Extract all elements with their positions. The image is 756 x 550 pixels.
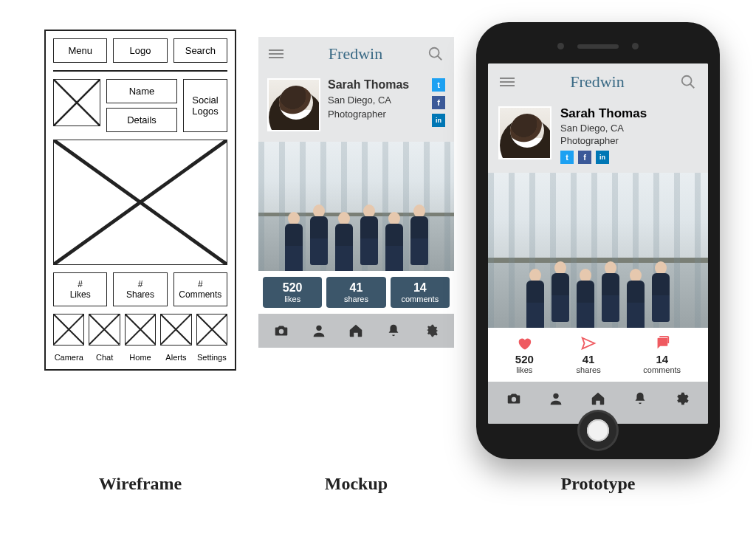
- wf-tab-home: [125, 314, 156, 345]
- comment-icon: [654, 335, 670, 351]
- nav-user[interactable]: [548, 391, 564, 415]
- user-icon[interactable]: [311, 323, 327, 339]
- wf-menu: Menu: [53, 38, 107, 63]
- svg-line-1: [438, 56, 442, 61]
- caption-prototype: Prototype: [476, 474, 720, 494]
- wireframe-panel: Menu Logo Search Name Details Social Log…: [44, 30, 236, 371]
- stage: Menu Logo Search Name Details Social Log…: [0, 0, 756, 459]
- wf-stat-likes-label: Likes: [55, 289, 105, 300]
- shares-value: 41: [328, 281, 384, 295]
- linkedin-icon[interactable]: in: [432, 114, 445, 127]
- wf-tab-camera: [53, 314, 84, 345]
- wf-tab-settings-label: Settings: [196, 353, 227, 362]
- prototype-profile: Sarah Thomas San Diego, CA Photographer …: [488, 100, 708, 173]
- wf-tab-alerts: [160, 314, 191, 345]
- wf-image-placeholder: [53, 140, 227, 265]
- svg-point-0: [430, 48, 439, 58]
- wf-stat-comments-hash: #: [176, 279, 225, 289]
- captions: Wireframe Mockup Prototype: [0, 459, 756, 494]
- comments-stat[interactable]: 14 comments: [643, 335, 681, 374]
- likes-value: 520: [515, 353, 534, 365]
- phone-speaker: [577, 44, 619, 49]
- likes-label: likes: [516, 365, 532, 374]
- phone-camera: [557, 43, 564, 49]
- bell-icon[interactable]: [385, 323, 402, 339]
- twitter-icon[interactable]: t: [432, 78, 445, 92]
- comments-label: comments: [401, 295, 439, 303]
- prototype-phone: Fredwin Sarah Thomas San Diego, CA Photo…: [476, 22, 720, 459]
- phone-home-button[interactable]: [580, 412, 616, 449]
- profile-name: Sarah Thomas: [328, 78, 425, 92]
- comments-label: comments: [643, 365, 681, 374]
- shares-value: 41: [577, 353, 601, 365]
- likes-label: likes: [284, 295, 300, 303]
- search-icon[interactable]: [680, 74, 696, 90]
- nav-alerts[interactable]: [632, 391, 648, 415]
- comments-stat[interactable]: 14 comments: [391, 277, 450, 308]
- likes-value: 520: [264, 281, 320, 295]
- wf-stat-shares: # Shares: [113, 272, 167, 307]
- app-title: Fredwin: [329, 44, 382, 63]
- wf-divider: [53, 70, 227, 72]
- wf-details: Details: [106, 108, 177, 132]
- gear-icon[interactable]: [423, 323, 439, 339]
- post-image[interactable]: [488, 173, 708, 328]
- camera-icon[interactable]: [273, 323, 289, 339]
- app-title: Fredwin: [570, 72, 624, 92]
- comments-value: 14: [392, 281, 448, 295]
- send-icon: [580, 335, 597, 351]
- prototype-header: Fredwin: [488, 63, 708, 100]
- menu-icon[interactable]: [500, 78, 515, 86]
- linkedin-icon[interactable]: in: [596, 151, 609, 164]
- wf-tab-chat-label: Chat: [89, 353, 120, 362]
- likes-stat[interactable]: 520 likes: [515, 335, 534, 374]
- wf-name: Name: [106, 79, 177, 103]
- avatar[interactable]: [498, 106, 551, 159]
- wf-tab-settings: [196, 314, 227, 345]
- avatar[interactable]: [267, 78, 320, 131]
- post-image[interactable]: [258, 142, 454, 271]
- profile-role: Photographer: [560, 135, 698, 146]
- wf-logo: Logo: [113, 38, 167, 63]
- mockup-nav: [258, 314, 454, 348]
- wf-tab-camera-label: Camera: [53, 353, 84, 362]
- shares-label: shares: [577, 365, 601, 374]
- svg-point-3: [316, 325, 321, 330]
- wf-social: Social Logos: [183, 79, 227, 132]
- svg-point-4: [682, 76, 692, 86]
- wf-stat-comments: # Comments: [173, 272, 227, 307]
- wf-tab-home-label: Home: [125, 353, 156, 362]
- comments-value: 14: [643, 353, 681, 365]
- profile-location: San Diego, CA: [328, 94, 425, 106]
- profile-name: Sarah Thomas: [560, 106, 698, 121]
- twitter-icon[interactable]: t: [560, 151, 574, 164]
- caption-mockup: Mockup: [258, 474, 454, 494]
- svg-point-2: [279, 329, 284, 333]
- caption-wireframe: Wireframe: [44, 474, 236, 494]
- wf-tab-chat: [89, 314, 120, 345]
- profile-role: Photographer: [328, 109, 425, 120]
- profile-location: San Diego, CA: [560, 123, 698, 134]
- likes-stat[interactable]: 520 likes: [263, 277, 322, 308]
- shares-stat[interactable]: 41 shares: [326, 277, 385, 308]
- facebook-icon[interactable]: f: [432, 96, 445, 109]
- home-icon[interactable]: [348, 323, 364, 339]
- facebook-icon[interactable]: f: [578, 151, 591, 164]
- nav-camera[interactable]: [506, 391, 522, 415]
- wf-stat-likes: # Likes: [53, 272, 107, 307]
- svg-line-5: [690, 84, 695, 89]
- wf-stat-likes-hash: #: [55, 279, 105, 289]
- prototype-screen: Fredwin Sarah Thomas San Diego, CA Photo…: [488, 63, 708, 424]
- shares-stat[interactable]: 41 shares: [577, 335, 601, 374]
- search-icon[interactable]: [427, 46, 444, 62]
- mockup-header: Fredwin: [258, 37, 454, 71]
- svg-point-7: [553, 393, 558, 399]
- heart-icon: [516, 335, 532, 351]
- wf-search: Search: [173, 38, 227, 63]
- wf-stat-shares-label: Shares: [115, 289, 165, 300]
- shares-label: shares: [344, 295, 368, 303]
- mockup-panel: Fredwin Sarah Thomas San Diego, CA Photo…: [258, 37, 454, 348]
- menu-icon[interactable]: [269, 49, 284, 58]
- wf-avatar-placeholder: [53, 79, 100, 126]
- nav-settings[interactable]: [674, 391, 690, 415]
